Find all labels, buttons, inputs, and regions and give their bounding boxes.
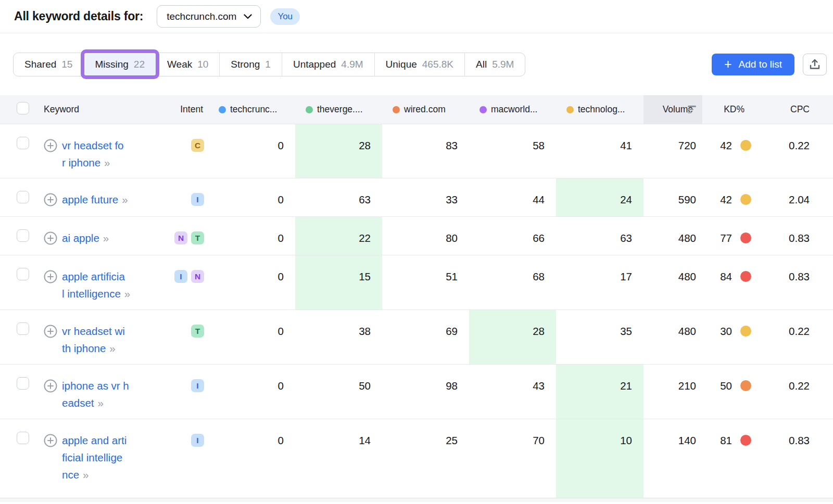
- kd-dot-icon: [740, 435, 751, 446]
- kd-dot-icon: [740, 271, 751, 282]
- tab-strong[interactable]: Strong 1: [219, 53, 282, 76]
- value-technologyreview: 63: [556, 217, 643, 255]
- page-title: All keyword details for:: [14, 9, 143, 23]
- open-keyword-arrows-icon[interactable]: »: [83, 466, 89, 483]
- tab-unique[interactable]: Unique 465.8K: [374, 53, 464, 76]
- open-keyword-arrows-icon[interactable]: »: [122, 191, 128, 208]
- value-theverge: 15: [295, 255, 382, 309]
- table-row: vr headset wi th iphone» T 0 38 69 28 35…: [0, 309, 833, 364]
- tab-weak[interactable]: Weak 10: [156, 53, 219, 76]
- value-theverge: 63: [295, 178, 382, 216]
- intent-badge: T: [191, 325, 204, 338]
- add-keyword-icon[interactable]: [44, 379, 57, 393]
- add-keyword-icon[interactable]: [44, 231, 57, 245]
- theverge-dot-icon: [306, 106, 313, 113]
- row-checkbox[interactable]: [17, 229, 29, 242]
- volume-value: 590: [643, 178, 702, 216]
- volume-value: 480: [643, 217, 702, 255]
- value-theverge: 28: [295, 124, 382, 178]
- col-header-macworld[interactable]: macworld...: [469, 104, 556, 115]
- kd-dot-icon: [740, 232, 751, 243]
- col-header-volume-sorted[interactable]: Volume: [643, 95, 702, 124]
- cpc-value: 0.22: [756, 124, 833, 178]
- value-technologyreview: 17: [556, 255, 643, 309]
- add-keyword-icon[interactable]: [44, 193, 57, 206]
- kd-dot-icon: [740, 326, 751, 337]
- add-keyword-icon[interactable]: [44, 434, 57, 447]
- tab-untapped[interactable]: Untapped 4.9M: [282, 53, 374, 76]
- col-header-keyword[interactable]: Keyword: [44, 104, 167, 115]
- value-macworld: 58: [469, 124, 556, 178]
- table-row: vr headset fo r iphone» C 0 28 83 58 41 …: [0, 124, 833, 178]
- col-header-techcrunch[interactable]: techcrunc...: [208, 104, 295, 115]
- value-wired: 83: [382, 124, 469, 178]
- value-macworld: 68: [469, 255, 556, 309]
- plus-icon: +: [724, 57, 732, 72]
- tab-shared[interactable]: Shared 15: [14, 53, 83, 76]
- open-keyword-arrows-icon[interactable]: »: [104, 154, 110, 171]
- row-checkbox[interactable]: [17, 322, 29, 335]
- value-techcrunch: 0: [208, 255, 295, 309]
- open-keyword-arrows-icon[interactable]: »: [103, 229, 109, 247]
- value-technologyreview: 24: [556, 178, 643, 216]
- export-icon: [809, 59, 821, 70]
- value-macworld: 28: [469, 310, 556, 364]
- keyword-link[interactable]: apple and arti ficial intellige nce: [62, 434, 127, 481]
- col-header-technologyreview[interactable]: technolog...: [556, 104, 643, 115]
- keyword-link[interactable]: apple future: [62, 193, 118, 205]
- keyword-link[interactable]: vr headset fo r iphone: [62, 139, 124, 169]
- add-keyword-icon[interactable]: [44, 325, 57, 338]
- value-theverge: 38: [295, 310, 382, 364]
- cpc-value: 0.83: [756, 217, 833, 255]
- row-checkbox[interactable]: [17, 268, 29, 280]
- volume-value: 720: [643, 124, 702, 178]
- cpc-value: 0.83: [756, 255, 833, 309]
- kd-value: 77: [720, 229, 732, 247]
- volume-value: 140: [643, 419, 702, 498]
- toolbar: Shared 15 Missing 22 Weak 10 Strong 1 Un…: [0, 53, 833, 76]
- col-header-intent[interactable]: Intent: [167, 104, 208, 115]
- add-to-list-button[interactable]: + Add to list: [712, 54, 794, 75]
- open-keyword-arrows-icon[interactable]: »: [124, 285, 130, 302]
- open-keyword-arrows-icon[interactable]: »: [98, 394, 104, 411]
- kd-value: 50: [720, 377, 732, 394]
- cpc-value: 0.22: [756, 310, 833, 364]
- value-theverge: 14: [295, 419, 382, 498]
- row-checkbox[interactable]: [17, 137, 29, 149]
- tab-group: Shared 15 Missing 22 Weak 10 Strong 1 Un…: [13, 53, 525, 76]
- row-checkbox[interactable]: [17, 432, 29, 444]
- value-theverge: 22: [295, 217, 382, 255]
- kd-value: 81: [720, 432, 732, 449]
- tab-missing[interactable]: Missing 22: [83, 53, 156, 76]
- table-row: apple artificia l intelligence» I N 0 15…: [0, 255, 833, 309]
- intent-badge: I: [174, 270, 187, 283]
- col-header-kd[interactable]: KD%: [702, 104, 756, 115]
- export-button[interactable]: [803, 54, 827, 75]
- tab-all[interactable]: All 5.9M: [464, 53, 525, 76]
- value-macworld: 43: [469, 365, 556, 419]
- open-keyword-arrows-icon[interactable]: »: [109, 340, 115, 357]
- value-technologyreview: 10: [556, 419, 643, 498]
- keyword-link[interactable]: iphone as vr h eadset: [62, 380, 129, 409]
- add-keyword-icon[interactable]: [44, 139, 57, 152]
- domain-selector-dropdown[interactable]: techcrunch.com: [157, 5, 261, 28]
- value-wired: 69: [382, 310, 469, 364]
- top-bar: All keyword details for: techcrunch.com …: [0, 0, 833, 33]
- row-checkbox[interactable]: [17, 377, 29, 390]
- value-technologyreview: 35: [556, 310, 643, 364]
- select-all-checkbox[interactable]: [17, 102, 29, 114]
- value-macworld: 70: [469, 419, 556, 498]
- keyword-link[interactable]: ai apple: [62, 232, 99, 244]
- kd-value: 42: [720, 191, 732, 208]
- technologyreview-dot-icon: [566, 106, 574, 113]
- col-header-theverge[interactable]: theverge....: [295, 104, 382, 115]
- keyword-table: Keyword Intent techcrunc... theverge....…: [0, 95, 833, 502]
- kd-value: 30: [720, 322, 732, 340]
- keyword-link[interactable]: apple artificia l intelligence: [62, 270, 125, 300]
- add-keyword-icon[interactable]: [44, 270, 57, 283]
- next-row-edge: [0, 498, 833, 502]
- value-techcrunch: 0: [208, 178, 295, 216]
- col-header-cpc[interactable]: CPC: [756, 104, 833, 115]
- row-checkbox[interactable]: [17, 191, 29, 203]
- col-header-wired[interactable]: wired.com: [382, 104, 469, 115]
